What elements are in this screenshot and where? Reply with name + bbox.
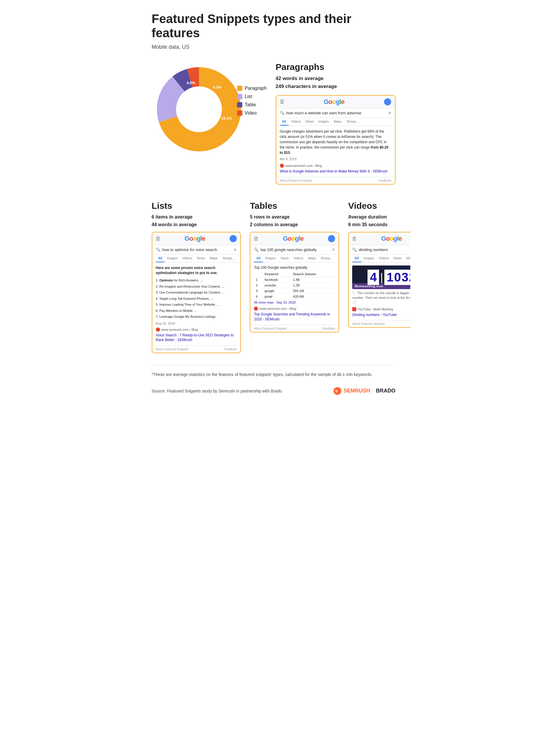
gm-searchbar-paragraph: 🔍 how much a website can earn from adsen… (276, 108, 395, 118)
source-icon-table (254, 307, 258, 311)
tab-videos-list[interactable]: Videos (180, 255, 195, 262)
th-volume: Search Volume (291, 271, 335, 277)
google-logo-video: Google (381, 235, 402, 242)
semrush-icon: S (333, 387, 341, 395)
tab-shopping-list[interactable]: Shopp... (220, 255, 237, 262)
google-logo-list: Google (185, 235, 205, 242)
tab-images-paragraph[interactable]: Images (316, 118, 331, 126)
footer-left-video[interactable]: About Featured Snippets (352, 322, 385, 325)
tab-news-list[interactable]: News (195, 255, 208, 262)
lists-stat1: 6 items in average (152, 213, 241, 221)
bottom-section: Lists 6 items in average 44 words in ave… (152, 201, 395, 353)
video-thumbnail[interactable]: 4 | 1 0 3 2 Mchmeeting.com 0:46 (352, 265, 410, 289)
tab-news-paragraph[interactable]: News (303, 118, 316, 126)
source-text: Source: Featured Snippets study by Semru… (152, 389, 282, 393)
tab-maps-paragraph[interactable]: Maps (331, 118, 344, 126)
hamburger-icon-video: ☰ (352, 236, 356, 242)
avatar-paragraph (384, 98, 391, 105)
source-row: Source: Featured Snippets study by Semru… (152, 387, 395, 395)
hamburger-icon-table: ☰ (254, 236, 258, 242)
tab-news-table[interactable]: News (278, 255, 291, 262)
tab-images-table[interactable]: Images (263, 255, 278, 262)
search-query-list: how to optimize for voice search (162, 247, 232, 252)
td-vol-4: 428.6M (291, 294, 335, 299)
clear-icon-table[interactable]: ✕ (332, 247, 335, 252)
gm-content-table: Top 100 Google searches globally Keyword… (250, 263, 338, 325)
tab-shopping-table[interactable]: Shopp... (318, 255, 335, 262)
gm-content-list: Here are some proven voice search optimi… (152, 263, 241, 346)
youtube-icon (352, 307, 356, 311)
more-rows[interactable]: 96 more rows · Sep 10, 2020 (254, 301, 335, 304)
tab-all-table[interactable]: All (254, 255, 263, 262)
gm-tabs-video: All Images Videos News Maps Shopp... (349, 255, 410, 263)
footer-right-paragraph[interactable]: Feedback (378, 179, 391, 182)
snippet-link-video[interactable]: Dividing numbers - YouTube (352, 312, 410, 317)
tab-news-video[interactable]: News (391, 255, 404, 262)
videos-column: Videos Average duration 6 min 35 seconds… (348, 201, 410, 353)
legend-dot-paragraph (237, 86, 243, 91)
tab-images-list[interactable]: Images (165, 255, 180, 262)
clear-icon-paragraph[interactable]: ✕ (388, 111, 391, 115)
lists-title: Lists (152, 201, 241, 211)
google-mock-paragraph: ☰ Google 🔍 how much a website can earn f… (276, 95, 395, 185)
list-date: Aug 16, 2019 (156, 322, 237, 325)
brand-logos: S SEMRUSH BRADO (333, 387, 395, 395)
chart-legend: Paragraph List Table Video (237, 86, 267, 116)
list-item-6: 6. Pay Attention to Mobile. ... (156, 308, 237, 314)
google-mock-table: ☰ Google 🔍 top 100 google searches globa… (250, 232, 339, 333)
source-paragraph: www.semrush.com › Blog (280, 164, 391, 168)
footer-right-table[interactable]: Feedback (322, 327, 335, 330)
google-logo-table: Google (283, 235, 303, 242)
list-item-5: 5. Improve Loading Time of Your Website.… (156, 302, 237, 308)
tab-all-list[interactable]: All (156, 255, 165, 262)
tab-all-video[interactable]: All (352, 255, 361, 262)
tab-maps-video[interactable]: Maps (404, 255, 410, 262)
tab-videos-table[interactable]: Videos (291, 255, 305, 262)
tab-images-video[interactable]: Images (361, 255, 377, 262)
snippet-link-list[interactable]: Voice Search : 7 Ready-to-Use SEO Strate… (156, 333, 237, 343)
source-domain-table: www.semrush.com › Blog (260, 307, 296, 310)
tab-maps-table[interactable]: Maps (306, 255, 318, 262)
tables-stat1: 5 rows in average (250, 213, 339, 221)
footer-right-list[interactable]: Feedback (224, 348, 237, 351)
paragraphs-stat1: 42 words in average (276, 74, 395, 82)
gm-topbar-table: ☰ Google (250, 232, 338, 245)
td-rank-1: 1 (254, 277, 263, 283)
search-query-video: dividing numbers (359, 247, 410, 252)
clear-icon-list[interactable]: ✕ (234, 247, 237, 252)
source-domain-list: www.semrush.com › Blog (162, 328, 198, 331)
snippet-table: Keyword Search Volume 1 facebook 1.4B 2 … (254, 271, 335, 299)
footer-left-paragraph[interactable]: About Featured Snippets (280, 179, 312, 182)
td-rank-3: 3 (254, 288, 263, 294)
videos-stat1: Average duration (348, 213, 410, 221)
video-divider: | (380, 271, 383, 283)
legend-dot-list (237, 94, 243, 99)
label-list: 19.1% (221, 116, 232, 120)
source-video: YouTube · Math Meeting (352, 307, 410, 311)
list-item-1: 1. Optimize for Rich Answers. ... (156, 277, 237, 283)
legend-video: Video (237, 110, 267, 116)
footer-left-list[interactable]: About Featured Snippets (156, 348, 189, 351)
footer-left-table[interactable]: About Featured Snippets (254, 327, 286, 330)
th-keyword: Keyword (263, 271, 291, 277)
snippet-link-table[interactable]: Top Google Searches and Trending Keyword… (254, 312, 335, 322)
table-row: 4 gmail 428.6M (254, 294, 335, 299)
tab-shopping-paragraph[interactable]: Shopp... (344, 118, 361, 126)
avatar-list (230, 235, 237, 242)
tab-videos-paragraph[interactable]: Videos (289, 118, 303, 126)
tab-maps-list[interactable]: Maps (208, 255, 220, 262)
list-item-4: 4. Target Long-Tail Keyword Phrases. ... (156, 296, 237, 302)
svg-text:S: S (335, 389, 338, 393)
lists-stats: 6 items in average 44 words in average (152, 213, 241, 228)
google-logo-paragraph: Google (324, 98, 344, 106)
video-number-right: 1 0 3 2 (384, 270, 410, 285)
tab-all-paragraph[interactable]: All (280, 118, 289, 126)
chart-area: 70.0% 19.1% 6.3% 4.6% Paragraph List Tab (152, 62, 264, 157)
tab-videos-video[interactable]: Videos (377, 255, 391, 262)
gm-tabs-table: All Images News Videos Maps Shopp... (250, 255, 338, 263)
lists-stat2: 44 words in average (152, 221, 241, 229)
google-mock-video: ☰ Google 🔍 dividing numbers ✕ All Images… (348, 232, 410, 328)
gm-footer-video: About Featured Snippets Feedback (349, 320, 410, 327)
snippet-link-paragraph[interactable]: What is Google Adsense and How to Make M… (280, 169, 391, 174)
snippet-text-paragraph: Google charges advertisers per ad click.… (280, 129, 391, 162)
